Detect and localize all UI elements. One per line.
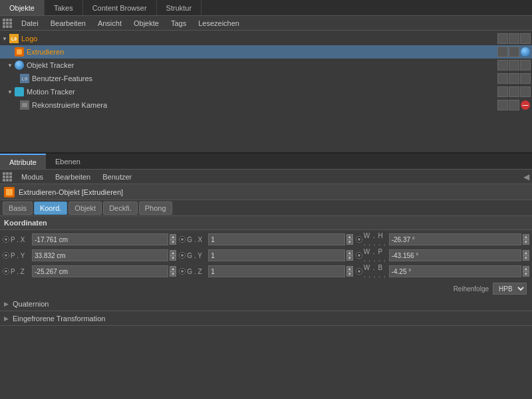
coord-gz-cell: G . Z ▲ ▼: [179, 264, 352, 279]
tab-attribute[interactable]: Attribute: [0, 154, 46, 169]
coord-gz-input[interactable]: [208, 265, 344, 277]
bef-empty2: [520, 73, 531, 84]
icon-kamera: [19, 100, 30, 110]
menu-datei[interactable]: Datei: [16, 18, 44, 29]
coord-gy-up[interactable]: ▲: [346, 250, 353, 255]
k-noentry-wrap: [520, 100, 531, 110]
attribute-panel: Attribute Ebenen Modus Bearbeiten Benutz…: [0, 154, 532, 399]
coord-wb-dn[interactable]: ▼: [523, 271, 529, 277]
coord-wp-label: W . P . . . . .: [364, 248, 388, 263]
arrow-logo[interactable]: ▼: [1, 35, 8, 42]
subtab-phong[interactable]: Phong: [139, 201, 172, 215]
k-dot-icon: [497, 100, 508, 110]
tab-takes[interactable]: Takes: [45, 0, 83, 15]
icon-logo: Lθ: [9, 33, 19, 44]
attr-menu-benutzer[interactable]: Benutzer: [97, 172, 137, 182]
coord-py-up[interactable]: ▲: [170, 250, 176, 255]
coord-pz-cell: P . Z ▲ ▼: [3, 264, 176, 279]
coord-px-dn[interactable]: ▼: [170, 239, 176, 245]
obj-row-motion[interactable]: ▼ Motion Tracker: [0, 85, 532, 98]
coord-wb-up[interactable]: ▲: [523, 266, 529, 271]
coord-gz-up[interactable]: ▲: [346, 266, 353, 271]
coord-gx-dn[interactable]: ▼: [346, 239, 353, 245]
attr-menu-bar: Modus Bearbeiten Benutzer ◀: [0, 170, 532, 184]
coord-gz-arrows: ▲ ▼: [346, 266, 353, 277]
coord-row-1: P . X ▲ ▼ G . X ▲ ▼: [3, 231, 529, 247]
menu-tags[interactable]: Tags: [166, 18, 192, 29]
coord-pz-arrows: ▲ ▼: [170, 266, 176, 277]
coord-gy-dn[interactable]: ▼: [346, 255, 353, 261]
coord-gy-radio[interactable]: [179, 252, 186, 259]
icon-motion: [14, 86, 25, 97]
coord-wp-up[interactable]: ▲: [523, 250, 529, 255]
coord-wh-dn[interactable]: ▼: [523, 239, 529, 245]
attr-menu-modus[interactable]: Modus: [16, 172, 49, 182]
bef-dot-icon: [497, 73, 508, 84]
coord-wh-input[interactable]: [389, 233, 521, 245]
coord-wh-radio[interactable]: [356, 236, 362, 243]
icon-objtracker: [14, 60, 25, 70]
quaternion-row[interactable]: ▶ Quaternion: [0, 297, 532, 311]
coord-px-radio[interactable]: [3, 236, 9, 243]
coord-px-arrows: ▲ ▼: [170, 234, 176, 245]
menu-lesezeichen[interactable]: Lesezeichen: [193, 18, 245, 29]
coord-px-up[interactable]: ▲: [170, 234, 176, 239]
coord-gx-up[interactable]: ▲: [346, 234, 353, 239]
coord-py-dn[interactable]: ▼: [170, 255, 176, 261]
coord-wb-radio[interactable]: [356, 268, 362, 275]
obj-row-kamera[interactable]: ▶ Rekonstruierte Kamera: [0, 98, 532, 112]
arrow-objtracker[interactable]: ▼: [7, 62, 13, 68]
tab-objekte[interactable]: Objekte: [0, 0, 45, 15]
coord-wp-dn[interactable]: ▼: [523, 255, 529, 261]
obj-row-benutzer[interactable]: ▶ Lθ Benutzer-Features: [0, 72, 532, 85]
attr-menu-bearbeiten[interactable]: Bearbeiten: [50, 172, 96, 182]
reihenfolge-select[interactable]: HPB PHB BPH PBH HBP BHP: [493, 283, 527, 295]
arrow-motion[interactable]: ▼: [7, 88, 13, 95]
coord-wp-cell: W . P . . . . . ▲ ▼: [356, 248, 529, 263]
coord-row-2: P . Y ▲ ▼ G . Y ▲ ▼: [3, 247, 529, 263]
coord-gx-input[interactable]: [208, 233, 344, 245]
menu-ansicht[interactable]: Ansicht: [92, 18, 127, 29]
coord-pz-radio[interactable]: [3, 268, 9, 275]
coord-pz-dn[interactable]: ▼: [170, 271, 176, 277]
coord-gy-input[interactable]: [208, 249, 344, 261]
tab-content-browser[interactable]: Content Browser: [83, 0, 157, 15]
coord-wh-up[interactable]: ▲: [523, 234, 529, 239]
mt-empty2: [520, 86, 531, 97]
subtab-koord[interactable]: Koord.: [34, 201, 67, 215]
coord-px-input[interactable]: [32, 233, 168, 245]
tab-ebenen[interactable]: Ebenen: [46, 154, 90, 169]
coord-wp-radio[interactable]: [356, 252, 362, 259]
obj-row-extrudieren[interactable]: ▶ Extrudieren: [0, 45, 532, 59]
obj-name-logo: Logo: [21, 35, 491, 43]
coord-gz-dn[interactable]: ▼: [346, 271, 353, 277]
bef-row-icons: [491, 73, 531, 84]
coord-gx-radio[interactable]: [179, 236, 186, 243]
coord-pz-input[interactable]: [32, 265, 168, 277]
tab-struktur[interactable]: Struktur: [157, 0, 202, 15]
coord-wp-input[interactable]: [389, 249, 521, 261]
ext-row-icons: [491, 47, 531, 57]
ot-dot-icon: [497, 60, 508, 70]
coord-gz-radio[interactable]: [179, 268, 186, 275]
mt-empty1: [509, 86, 519, 97]
coord-py-label: P . Y: [11, 252, 31, 259]
coord-row-3: P . Z ▲ ▼ G . Z ▲ ▼: [3, 263, 529, 279]
coord-py-input[interactable]: [32, 249, 168, 261]
subtab-deckfi[interactable]: Deckfi.: [103, 201, 138, 215]
obj-row-objtracker[interactable]: ▼ Objekt Tracker: [0, 59, 532, 72]
menu-bearbeiten[interactable]: Bearbeiten: [45, 18, 91, 29]
coord-py-cell: P . Y ▲ ▼: [3, 248, 176, 263]
k-row-icons: [491, 100, 531, 110]
coord-pz-up[interactable]: ▲: [170, 266, 176, 271]
subtab-basis[interactable]: Basis: [3, 201, 33, 215]
eingefrorene-row[interactable]: ▶ Eingefrorene Transformation: [0, 311, 532, 326]
menu-objekte[interactable]: Objekte: [128, 18, 164, 29]
subtab-objekt[interactable]: Objekt: [68, 201, 102, 215]
obj-row-logo[interactable]: ▼ Lθ Logo: [0, 32, 532, 45]
coord-wb-input[interactable]: [389, 265, 521, 277]
obj-name-motion: Motion Tracker: [27, 88, 491, 96]
coord-py-radio[interactable]: [3, 252, 9, 259]
menu-bar: Datei Bearbeiten Ansicht Objekte Tags Le…: [0, 16, 532, 31]
coord-gy-cell: G . Y ▲ ▼: [179, 248, 352, 263]
